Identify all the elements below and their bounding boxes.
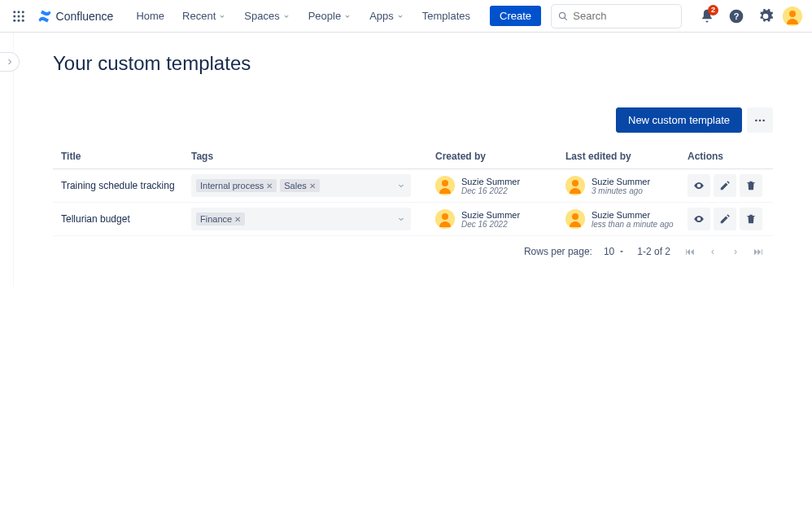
svg-line-10	[565, 17, 567, 20]
nav-templates-label: Templates	[422, 10, 470, 22]
svg-point-0	[14, 11, 16, 13]
first-page-icon[interactable]: ⏮	[682, 246, 698, 257]
tag-label: Finance	[200, 214, 232, 224]
chevron-down-icon	[343, 12, 351, 20]
row-title[interactable]: Training schedule tracking	[61, 180, 191, 191]
eye-icon	[693, 180, 705, 191]
tag-field[interactable]: Finance✕	[191, 208, 411, 230]
create-button[interactable]: Create	[490, 6, 541, 26]
templates-table: Title Tags Created by Last edited by Act…	[53, 144, 773, 236]
search-input[interactable]	[573, 10, 674, 22]
svg-point-16	[759, 119, 762, 121]
row-title[interactable]: Tellurian budget	[61, 213, 191, 225]
nav-apps-label: Apps	[369, 10, 394, 22]
nav-spaces-label: Spaces	[244, 10, 279, 22]
pagination: Rows per page: 10 1-2 of 2 ⏮ ‹ › ⏭	[53, 236, 773, 267]
svg-point-6	[14, 19, 16, 21]
main-content: Your custom templates New custom templat…	[13, 33, 812, 287]
row-edited-by: Suzie Summer 3 minutes ago	[565, 176, 688, 195]
avatar	[565, 209, 585, 229]
tag-dropdown-icon[interactable]	[396, 214, 406, 224]
user-avatar[interactable]	[783, 7, 802, 26]
page-title: Your custom templates	[53, 52, 773, 75]
app-switcher-icon[interactable]	[10, 7, 28, 26]
more-actions-button[interactable]	[747, 107, 773, 133]
svg-point-23	[442, 213, 448, 220]
tag-label: Internal process	[200, 181, 264, 190]
svg-point-9	[560, 12, 565, 18]
edited-name: Suzie Summer	[592, 177, 650, 186]
edit-button[interactable]	[714, 208, 736, 230]
delete-button[interactable]	[740, 174, 762, 197]
edited-time: less than a minute ago	[592, 220, 674, 229]
tag-dropdown-icon[interactable]	[396, 181, 406, 190]
trash-icon	[745, 213, 757, 225]
svg-point-7	[18, 19, 20, 21]
col-edited-header: Last edited by	[565, 151, 688, 162]
view-button[interactable]	[688, 174, 710, 197]
rows-per-page-select[interactable]: 10	[604, 246, 626, 257]
search-icon	[558, 11, 568, 22]
tag-remove-icon[interactable]: ✕	[309, 182, 316, 190]
create-button-label: Create	[500, 10, 531, 22]
svg-point-2	[22, 11, 24, 13]
avatar	[435, 209, 455, 229]
svg-point-4	[18, 15, 20, 17]
settings-icon[interactable]	[753, 4, 778, 28]
nav-templates[interactable]: Templates	[414, 5, 478, 27]
nav-people[interactable]: People	[300, 5, 360, 27]
edited-name: Suzie Summer	[592, 210, 674, 220]
row-tags: Internal process✕ Sales✕	[191, 174, 435, 197]
nav-items: Home Recent Spaces People Apps Templates	[128, 5, 478, 27]
chevron-down-icon	[282, 12, 290, 20]
svg-point-14	[789, 11, 796, 17]
rows-per-page-label: Rows per page:	[524, 246, 592, 257]
delete-button[interactable]	[740, 208, 762, 230]
tag-remove-icon[interactable]: ✕	[234, 215, 241, 224]
row-edited-by: Suzie Summer less than a minute ago	[565, 209, 688, 229]
svg-point-21	[572, 180, 578, 186]
row-created-by: Suzie Summer Dec 16 2022	[435, 176, 565, 195]
view-button[interactable]	[688, 208, 710, 230]
notification-badge: 2	[708, 5, 718, 15]
tag-chip: Finance✕	[196, 212, 245, 226]
new-custom-template-button[interactable]: New custom template	[616, 107, 742, 133]
notifications-icon[interactable]: 2	[695, 4, 719, 28]
tag-field[interactable]: Internal process✕ Sales✕	[191, 174, 411, 197]
more-horizontal-icon	[753, 114, 766, 127]
created-name: Suzie Summer	[461, 210, 520, 220]
prev-page-icon[interactable]: ‹	[705, 246, 721, 257]
new-custom-template-label: New custom template	[628, 114, 730, 126]
created-date: Dec 16 2022	[461, 186, 520, 195]
nav-recent[interactable]: Recent	[174, 5, 234, 27]
chevron-down-icon	[396, 12, 404, 20]
edit-button[interactable]	[714, 174, 736, 197]
svg-point-15	[755, 119, 757, 121]
confluence-icon	[37, 8, 53, 24]
table-header: Title Tags Created by Last edited by Act…	[53, 144, 773, 169]
last-page-icon[interactable]: ⏭	[750, 246, 766, 257]
sidebar-expand-icon[interactable]	[0, 52, 20, 72]
nav-home[interactable]: Home	[128, 5, 172, 27]
svg-point-17	[762, 119, 765, 121]
action-bar: New custom template	[53, 107, 773, 133]
rows-per-page-value: 10	[604, 246, 614, 257]
next-page-icon[interactable]: ›	[727, 246, 744, 257]
pencil-icon	[719, 213, 731, 225]
search-box[interactable]	[551, 4, 682, 28]
topnav-icons: 2 ?	[695, 4, 802, 28]
help-icon[interactable]: ?	[724, 4, 749, 28]
nav-apps[interactable]: Apps	[361, 5, 413, 27]
nav-home-label: Home	[136, 10, 164, 22]
svg-point-25	[572, 213, 578, 220]
brand-logo[interactable]: Confluence	[33, 8, 117, 24]
nav-people-label: People	[308, 10, 341, 22]
pager-nav: ⏮ ‹ › ⏭	[682, 246, 766, 257]
nav-spaces[interactable]: Spaces	[236, 5, 298, 27]
avatar	[565, 176, 585, 195]
tag-remove-icon[interactable]: ✕	[266, 182, 273, 190]
tag-label: Sales	[284, 181, 307, 190]
table-row: Training schedule tracking Internal proc…	[53, 169, 773, 203]
tag-chip: Internal process✕	[196, 179, 277, 192]
avatar	[435, 176, 455, 195]
